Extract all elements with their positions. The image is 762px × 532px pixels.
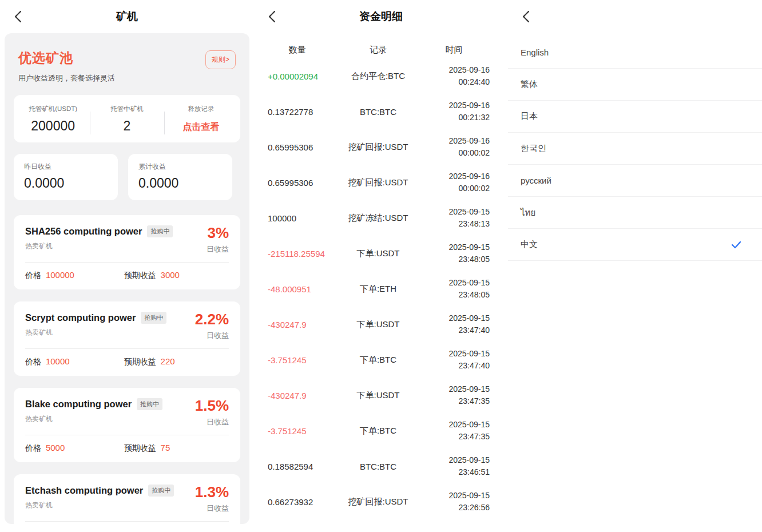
daily-rate: 3%: [207, 225, 229, 240]
language-item[interactable]: 中文: [508, 229, 762, 261]
product-name: Etchash computing power: [25, 485, 143, 496]
chevron-left-icon: [14, 10, 22, 23]
stat-value: 200000: [16, 118, 90, 134]
stat-cell: 释放记录 点击查看: [164, 105, 238, 134]
fund-row: 0.66273932 挖矿回报:USDT 2025-09-15 23:26:56: [254, 484, 508, 519]
fund-record: 挖矿冻结:USDT: [340, 213, 424, 224]
fund-date: 2025-09-16: [424, 135, 490, 147]
profit-value: 3000: [161, 270, 180, 280]
status-badge: 抢购中: [141, 312, 166, 324]
fund-time: 2025-09-16 00:00:02: [424, 170, 508, 194]
fund-clock: 00:21:32: [424, 112, 490, 124]
product-card[interactable]: Scrypt computing power 抢购中 热卖矿机 2.2% 日收益…: [14, 301, 240, 376]
divider: [25, 348, 229, 349]
language-label: 한국인: [521, 143, 546, 154]
daily-rate-label: 日收益: [195, 417, 229, 427]
language-item[interactable]: ไทย: [508, 197, 762, 229]
product-tag: 热卖矿机: [25, 241, 173, 251]
fund-record: 挖矿回报:USDT: [340, 497, 424, 507]
language-item[interactable]: русский: [508, 165, 762, 197]
fund-date: 2025-09-16: [424, 170, 490, 182]
status-badge: 抢购中: [137, 398, 162, 410]
fund-row: 100000 挖矿冻结:USDT 2025-09-15 23:48:13: [254, 200, 508, 236]
language-label: 繁体: [521, 79, 538, 90]
funds-table-body: +0.00002094 合约平仓:BTC 2025-09-16 00:24:40…: [254, 58, 508, 519]
fund-date: 2025-09-15: [424, 490, 490, 502]
fund-amount: +0.00002094: [254, 72, 340, 81]
fund-time: 2025-09-15 23:46:51: [424, 454, 508, 478]
fund-date: 2025-09-15: [424, 419, 490, 431]
fund-row: 0.65995306 挖矿回报:USDT 2025-09-16 00:00:02: [254, 165, 508, 200]
product-card[interactable]: SHA256 computing power 抢购中 热卖矿机 3% 日收益 价…: [14, 215, 240, 289]
fund-amount: -48.000951: [254, 284, 340, 294]
product-card[interactable]: Blake computing power 抢购中 热卖矿机 1.5% 日收益 …: [14, 388, 240, 462]
product-card[interactable]: Etchash computing power 抢购中 热卖矿机 1.3% 日收…: [14, 474, 240, 524]
profit-label: 预期收益: [124, 443, 156, 452]
earnings-label: 累计收益: [138, 162, 222, 172]
fund-date: 2025-09-15: [424, 348, 490, 360]
fund-record: 挖矿回报:USDT: [340, 177, 424, 188]
language-item[interactable]: 日本: [508, 101, 762, 133]
product-list: SHA256 computing power 抢购中 热卖矿机 3% 日收益 价…: [14, 215, 240, 524]
fund-amount: 0.66273932: [254, 497, 340, 507]
fund-row: +0.00002094 合约平仓:BTC 2025-09-16 00:24:40: [254, 58, 508, 94]
fund-clock: 23:48:13: [424, 218, 490, 230]
language-label: 中文: [521, 239, 538, 250]
profit-label: 预期收益: [124, 271, 156, 280]
fund-date: 2025-09-15: [424, 241, 490, 253]
fund-row: 0.65995306 挖矿回报:USDT 2025-09-16 00:00:02: [254, 129, 508, 165]
daily-rate: 2.2%: [195, 312, 229, 327]
language-label: ไทย: [521, 206, 535, 220]
product-tag: 热卖矿机: [25, 501, 174, 510]
fund-clock: 23:48:05: [424, 253, 490, 265]
fund-clock: 23:48:05: [424, 289, 490, 301]
fund-time: 2025-09-16 00:24:40: [424, 64, 508, 88]
earnings-row: 昨日收益 0.0000 累计收益 0.0000: [14, 154, 240, 200]
earnings-value: 0.0000: [24, 176, 108, 191]
fund-time: 2025-09-16 00:00:02: [424, 135, 508, 159]
price-label: 价格: [25, 271, 41, 280]
fund-amount: -430247.9: [254, 391, 340, 400]
back-button[interactable]: [263, 9, 280, 25]
back-button[interactable]: [9, 9, 26, 25]
back-button[interactable]: [517, 9, 534, 25]
fund-row: -3.751245 下单:BTC 2025-09-15 23:47:40: [254, 342, 508, 378]
fund-record: 下单:USDT: [340, 319, 424, 330]
earnings-card: 累计收益 0.0000: [128, 154, 232, 200]
checkmark-icon: [731, 241, 741, 249]
fund-date: 2025-09-15: [424, 277, 490, 289]
divider: [25, 435, 229, 435]
stat-label: 释放记录: [164, 105, 238, 113]
fund-date: 2025-09-16: [424, 64, 490, 76]
rules-button[interactable]: 规则>: [205, 50, 236, 69]
profit-value: 220: [161, 356, 175, 366]
fund-clock: 23:46:51: [424, 466, 490, 478]
daily-rate: 1.5%: [195, 398, 229, 413]
fund-time: 2025-09-15 23:48:05: [424, 241, 508, 265]
fund-date: 2025-09-15: [424, 383, 490, 395]
daily-rate: 1.3%: [195, 485, 229, 499]
language-list: English 繁体 日本 한국인 русский ไทย 中文: [508, 37, 762, 261]
fund-date: 2025-09-15: [424, 454, 490, 466]
fund-time: 2025-09-16 00:21:32: [424, 100, 508, 124]
earnings-label: 昨日收益: [24, 162, 108, 172]
fund-time: 2025-09-15 23:47:35: [424, 383, 508, 407]
fund-record: 下单:ETH: [340, 284, 424, 295]
fund-record: 下单:BTC: [340, 355, 424, 366]
stat-label: 托管矿机(USDT): [16, 105, 90, 113]
fund-amount: -215118.25594: [254, 249, 340, 259]
language-item[interactable]: 한국인: [508, 133, 762, 165]
page-title: 矿机: [116, 9, 138, 24]
fund-date: 2025-09-15: [424, 312, 490, 324]
language-item[interactable]: 繁体: [508, 69, 762, 101]
fund-record: 挖矿回报:USDT: [340, 142, 424, 153]
pool-subtitle: 用户收益透明，套餐选择灵活: [18, 73, 115, 84]
screenshot-root: 矿机 优选矿池 用户收益透明，套餐选择灵活 规则> 托管矿机(USDT) 200…: [0, 0, 762, 532]
daily-rate-label: 日收益: [195, 331, 229, 341]
fund-clock: 23:47:35: [424, 395, 490, 407]
stat-cell: 托管中矿机 2: [90, 105, 164, 134]
stat-value: 2: [90, 118, 164, 134]
language-item[interactable]: English: [508, 37, 762, 69]
fund-amount: 0.18582594: [254, 462, 340, 471]
fund-record: 合约平仓:BTC: [340, 71, 424, 82]
